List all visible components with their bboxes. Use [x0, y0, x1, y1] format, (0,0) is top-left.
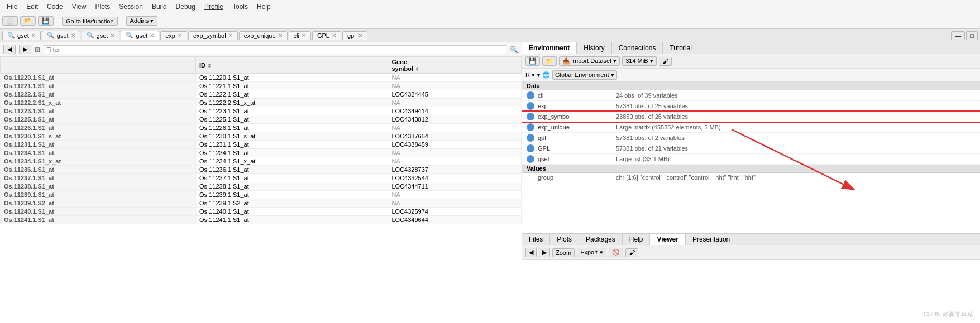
tab-close-3[interactable]: ✕: [110, 32, 114, 38]
r-dropdown[interactable]: ▾: [537, 72, 540, 78]
tab-tutorial[interactable]: Tutorial: [663, 42, 699, 54]
viewer-brush-btn[interactable]: 🖌: [625, 248, 638, 257]
menu-build[interactable]: Build: [147, 2, 171, 12]
env-load-btn[interactable]: 📁: [542, 56, 557, 66]
table-row[interactable]: Os.11231.1.S1_at Os.11231.1.S1_at LOC433…: [1, 141, 522, 149]
tab-close-9[interactable]: ✕: [332, 32, 336, 38]
tab-environment[interactable]: Environment: [522, 42, 577, 54]
menu-code[interactable]: Code: [42, 2, 68, 12]
tab-close-4[interactable]: ✕: [150, 32, 154, 38]
table-row[interactable]: Os.11225.1.S1_at Os.11225.1.S1_at LOC434…: [1, 115, 522, 124]
menu-help[interactable]: Help: [252, 2, 275, 12]
addins-btn[interactable]: Addins ▾: [126, 16, 158, 26]
tab-history[interactable]: History: [577, 42, 611, 54]
table-row[interactable]: Os.11226.1.S1_at Os.11226.1.S1_at NA: [1, 124, 522, 132]
menu-tools[interactable]: Tools: [228, 2, 252, 12]
menu-file[interactable]: File: [2, 2, 22, 12]
env-data-row[interactable]: gpl 57381 obs. of 2 variables: [522, 133, 980, 143]
env-data-row[interactable]: exp 57381 obs. of 25 variables: [522, 101, 980, 112]
tab-close-7[interactable]: ✕: [278, 32, 283, 38]
menu-debug[interactable]: Debug: [171, 2, 200, 12]
import-dataset-btn[interactable]: 📥 Import Dataset ▾: [559, 56, 620, 66]
viewer-back-btn[interactable]: ◀: [525, 248, 537, 257]
table-row[interactable]: Os.11221.1.S1_at Os.11221.1.S1_at NA: [1, 82, 522, 90]
menu-plots[interactable]: Plots: [91, 2, 115, 12]
tab-close-10[interactable]: ✕: [358, 32, 362, 38]
table-row[interactable]: Os.11240.1.S1_at Os.11240.1.S1_at LOC432…: [1, 208, 522, 216]
tab-exp[interactable]: exp ✕: [160, 31, 187, 40]
env-data-row[interactable]: exp_unique Large matrix (455352 elements…: [522, 122, 980, 133]
table-row[interactable]: Os.11234.1.S1_at Os.11234.1.S1_at NA: [1, 149, 522, 157]
minimize-btn[interactable]: —: [951, 31, 965, 40]
menu-view[interactable]: View: [68, 2, 91, 12]
env-value-row[interactable]: group chr [1:6] "control" "control" "con…: [522, 173, 980, 182]
table-row[interactable]: Os.11230.1.S1_s_at Os.11230.1.S1_s_at LO…: [1, 132, 522, 141]
tab-gset-3[interactable]: 🔍 gset ✕: [82, 31, 120, 40]
goto-btn[interactable]: Go to file/function: [62, 17, 118, 26]
tab-GPL[interactable]: GPL ✕: [312, 31, 341, 40]
env-icon: [527, 155, 534, 163]
env-save-btn[interactable]: 💾: [525, 56, 540, 66]
tab-close-5[interactable]: ✕: [178, 32, 182, 38]
table-row[interactable]: Os.11239.1.S2_at Os.11239.1.S2_at NA: [1, 199, 522, 208]
table-row[interactable]: Os.11223.1.S1_at Os.11223.1.S1_at LOC434…: [1, 107, 522, 115]
col-header-id[interactable]: ID ⇕: [196, 57, 388, 74]
env-data-row[interactable]: GPL 57381 obs. of 21 variables: [522, 143, 980, 154]
tab-gset-4[interactable]: 🔍 gset ✕: [121, 31, 159, 40]
table-row[interactable]: Os.11220.1.S1_at Os.11220.1.S1_at NA: [1, 74, 522, 82]
menu-profile[interactable]: Profile: [200, 2, 228, 12]
menu-session[interactable]: Session: [114, 2, 147, 12]
tab-gset-1[interactable]: 🔍 gset ✕: [2, 31, 41, 40]
menu-edit[interactable]: Edit: [22, 2, 42, 12]
row-header: Os.11222.1.S1_at: [1, 90, 196, 99]
tab-close-1[interactable]: ✕: [31, 32, 36, 38]
col-sort-id[interactable]: ⇕: [207, 63, 212, 69]
tab-exp-symbol[interactable]: exp_symbol ✕: [188, 31, 238, 40]
tab-plots[interactable]: Plots: [550, 234, 579, 245]
open-btn[interactable]: 📂: [20, 16, 36, 26]
col-sort-gene[interactable]: ⇕: [415, 66, 419, 72]
viewer-export-btn[interactable]: Export ▾: [577, 248, 606, 257]
table-row[interactable]: Os.11241.1.S1_at Os.11241.1.S1_at LOC434…: [1, 216, 522, 224]
viewer-forward-btn[interactable]: ▶: [539, 248, 550, 257]
env-data-row[interactable]: cli 24 obs. of 39 variables: [522, 90, 980, 101]
viewer-clear-btn[interactable]: 🚫: [609, 248, 623, 257]
global-env-dropdown[interactable]: Global Environment ▾: [552, 70, 617, 80]
maximize-btn[interactable]: □: [966, 31, 978, 40]
tab-viewer[interactable]: Viewer: [650, 234, 685, 245]
new-file-btn[interactable]: ⬜: [2, 16, 18, 26]
table-row[interactable]: Os.11234.1.S1_x_at Os.11234.1.S1_x_at NA: [1, 157, 522, 166]
forward-btn[interactable]: ▶: [19, 45, 31, 54]
col-header-gene[interactable]: Genesymbol ⇕: [388, 57, 522, 74]
viewer-zoom-btn[interactable]: Zoom: [552, 248, 575, 257]
memory-btn[interactable]: 314 MiB ▾: [622, 56, 656, 66]
env-data-row[interactable]: exp_symbol 23850 obs. of 26 variables: [522, 112, 980, 122]
tab-connections[interactable]: Connections: [612, 42, 663, 54]
tab-label: gset: [57, 32, 69, 39]
table-row[interactable]: Os.11236.1.S1_at Os.11236.1.S1_at LOC432…: [1, 166, 522, 174]
table-row[interactable]: Os.11237.1.S1_at Os.11237.1.S1_at LOC433…: [1, 174, 522, 182]
tab-exp-unique[interactable]: exp_unique ✕: [239, 31, 288, 40]
tab-close-8[interactable]: ✕: [302, 32, 306, 38]
table-row[interactable]: Os.11239.1.S1_at Os.11239.1.S1_at NA: [1, 191, 522, 199]
filter-input[interactable]: [44, 45, 506, 54]
back-btn[interactable]: ◀: [3, 45, 16, 54]
brush-btn[interactable]: 🖌: [659, 57, 672, 66]
tab-cli[interactable]: cli ✕: [289, 31, 311, 40]
row-header: Os.11239.1.S2_at: [1, 199, 196, 208]
tab-icon: 🔍: [87, 32, 94, 39]
table-row[interactable]: Os.11222.2.S1_x_at Os.11222.2.S1_x_at NA: [1, 99, 522, 107]
table-row[interactable]: Os.11222.1.S1_at Os.11222.1.S1_at LOC432…: [1, 90, 522, 99]
env-data-row[interactable]: gset Large list (33.1 MB): [522, 154, 980, 165]
tab-gset-2[interactable]: 🔍 gset ✕: [42, 31, 80, 40]
tab-presentation[interactable]: Presentation: [686, 234, 737, 245]
env-icon: [527, 123, 534, 131]
tab-close-2[interactable]: ✕: [71, 32, 75, 38]
tab-gpl[interactable]: gpl ✕: [342, 31, 367, 40]
tab-packages[interactable]: Packages: [579, 234, 623, 245]
save-btn[interactable]: 💾: [38, 16, 54, 26]
table-row[interactable]: Os.11238.1.S1_at Os.11238.1.S1_at LOC434…: [1, 182, 522, 191]
tab-help[interactable]: Help: [623, 234, 651, 245]
tab-files[interactable]: Files: [522, 234, 550, 245]
tab-close-6[interactable]: ✕: [228, 32, 233, 38]
